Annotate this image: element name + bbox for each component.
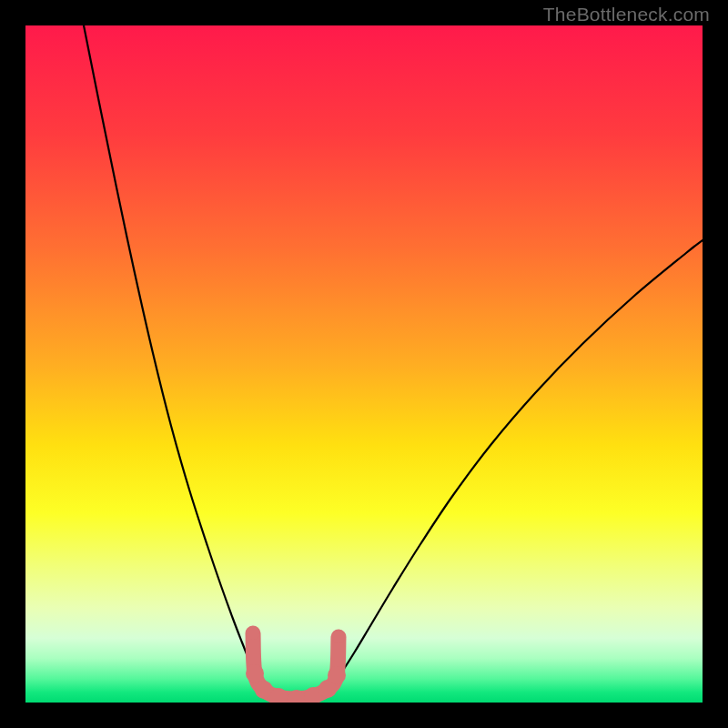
marker-dot	[247, 627, 259, 640]
bottleneck-curve	[84, 25, 703, 699]
watermark-text: TheBottleneck.com	[543, 4, 710, 25]
marker-dot	[246, 664, 264, 682]
plot-area	[25, 25, 703, 703]
marker-dot	[328, 666, 346, 684]
marker-dot	[332, 631, 345, 643]
curve-layer	[25, 25, 703, 703]
chart-frame: TheBottleneck.com	[0, 0, 728, 728]
